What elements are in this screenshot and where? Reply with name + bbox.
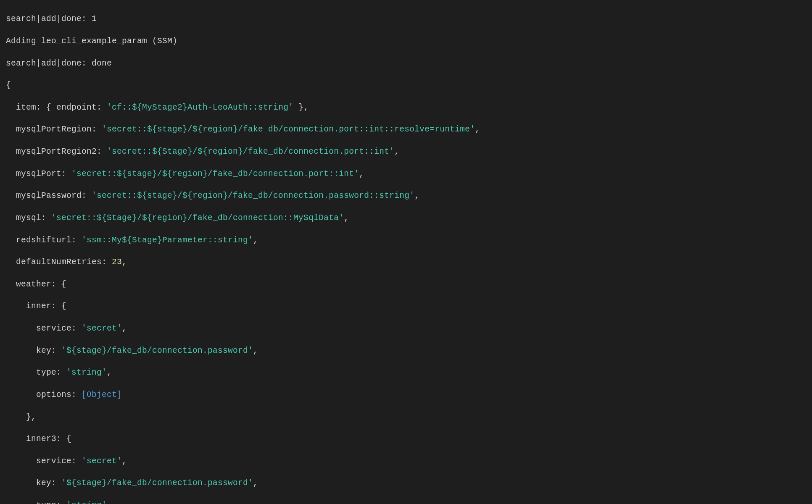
indent xyxy=(6,302,26,311)
terminal-output: search|add|done: 1 Adding leo_cli_exampl… xyxy=(0,0,812,504)
indent xyxy=(6,368,36,377)
output-line: mysqlPassword: 'secret::${stage}/${regio… xyxy=(6,190,806,201)
output-line: mysqlPortRegion2: 'secret::${Stage}/${re… xyxy=(6,146,806,157)
key-text: inner3: { xyxy=(26,434,71,444)
string-value: 'secret::${Stage}/${region}/fake_db/conn… xyxy=(51,213,344,223)
output-line: redshifturl: 'ssm::My${Stage}Parameter::… xyxy=(6,235,806,246)
output-line: key: '${stage}/fake_db/connection.passwo… xyxy=(6,345,806,356)
number-value: 23 xyxy=(112,257,122,267)
indent xyxy=(6,257,16,267)
punct: , xyxy=(359,169,364,178)
output-line: key: '${stage}/fake_db/connection.passwo… xyxy=(6,478,806,488)
key-text: mysqlPortRegion: xyxy=(16,125,102,134)
output-line: type: 'string', xyxy=(6,367,806,378)
key-text: mysqlPassword: xyxy=(16,191,92,200)
key-text: key: xyxy=(36,478,61,488)
punct: , xyxy=(344,213,349,223)
string-value: 'ssm::My${Stage}Parameter::string' xyxy=(82,236,253,245)
key-text: weather: { xyxy=(16,280,66,289)
key-text: options: xyxy=(36,390,82,399)
key-text: service: xyxy=(36,457,82,466)
punct: , xyxy=(394,147,399,156)
punct: , xyxy=(475,125,480,134)
punct: , xyxy=(122,257,127,267)
string-value: 'string' xyxy=(66,368,107,377)
indent xyxy=(6,390,36,399)
output-line: mysql: 'secret::${Stage}/${region}/fake_… xyxy=(6,213,806,223)
indent xyxy=(6,434,26,444)
key-text: type: xyxy=(36,501,66,504)
brace: }, xyxy=(26,412,36,422)
indent xyxy=(6,457,36,466)
string-value: 'secret::${stage}/${region}/fake_db/conn… xyxy=(102,125,475,134)
key-text: mysqlPortRegion2: xyxy=(16,147,107,156)
key-text: type: xyxy=(36,368,66,377)
indent xyxy=(6,412,26,422)
output-line: mysqlPort: 'secret::${stage}/${region}/f… xyxy=(6,168,806,179)
indent xyxy=(6,236,16,245)
punct: , xyxy=(122,457,127,466)
string-value: 'secret::${stage}/${region}/fake_db/conn… xyxy=(92,191,414,200)
key-text: key: xyxy=(36,346,61,355)
string-value: 'cf::${MyStage2}Auth-LeoAuth::string' xyxy=(107,103,293,112)
punct: , xyxy=(414,191,419,200)
output-line: options: [Object] xyxy=(6,389,806,400)
output-line: { xyxy=(6,80,806,91)
key-text: inner: { xyxy=(26,302,66,311)
punct: , xyxy=(122,324,127,333)
string-value: 'secret' xyxy=(82,457,122,466)
punct: , xyxy=(253,346,258,355)
indent xyxy=(6,103,16,112)
output-line: item: { endpoint: 'cf::${MyStage2}Auth-L… xyxy=(6,102,806,113)
key-text: mysql: xyxy=(16,213,51,223)
indent xyxy=(6,169,16,178)
indent xyxy=(6,213,16,223)
indent xyxy=(6,478,36,488)
output-line: type: 'string', xyxy=(6,500,806,504)
string-value: 'secret::${Stage}/${region}/fake_db/conn… xyxy=(107,147,394,156)
output-line: service: 'secret', xyxy=(6,323,806,334)
output-line: search|add|done: 1 xyxy=(6,13,806,24)
string-value: 'secret' xyxy=(82,324,122,333)
output-line: mysqlPortRegion: 'secret::${stage}/${reg… xyxy=(6,124,806,135)
indent xyxy=(6,280,16,289)
output-line: service: 'secret', xyxy=(6,456,806,467)
indent xyxy=(6,147,16,156)
punct: , xyxy=(107,368,112,377)
output-line: search|add|done: done xyxy=(6,58,806,69)
string-value: 'secret::${stage}/${region}/fake_db/conn… xyxy=(71,169,359,178)
key-text: redshifturl: xyxy=(16,236,82,245)
indent xyxy=(6,324,36,333)
punct: , xyxy=(253,236,258,245)
key-text: defaultNumRetries: xyxy=(16,257,112,267)
string-value: 'string' xyxy=(66,501,107,504)
indent xyxy=(6,191,16,200)
string-value: '${stage}/fake_db/connection.password' xyxy=(61,478,253,488)
output-line: weather: { xyxy=(6,279,806,290)
indent xyxy=(6,125,16,134)
key-text: item: xyxy=(16,103,46,112)
string-value: '${stage}/fake_db/connection.password' xyxy=(61,346,253,355)
punct: , xyxy=(107,501,112,504)
key-text: mysqlPort: xyxy=(16,169,71,178)
key-text: service: xyxy=(36,324,82,333)
brace: { endpoint: xyxy=(46,103,107,112)
output-line: }, xyxy=(6,412,806,423)
output-line: inner3: { xyxy=(6,433,806,444)
output-line: Adding leo_cli_example_param (SSM) xyxy=(6,36,806,47)
indent xyxy=(6,346,36,355)
output-line: inner: { xyxy=(6,301,806,312)
output-line: defaultNumRetries: 23, xyxy=(6,257,806,268)
punct: , xyxy=(253,478,258,488)
indent xyxy=(6,501,36,504)
brace: }, xyxy=(293,103,308,112)
identifier-value: [Object] xyxy=(82,390,122,399)
